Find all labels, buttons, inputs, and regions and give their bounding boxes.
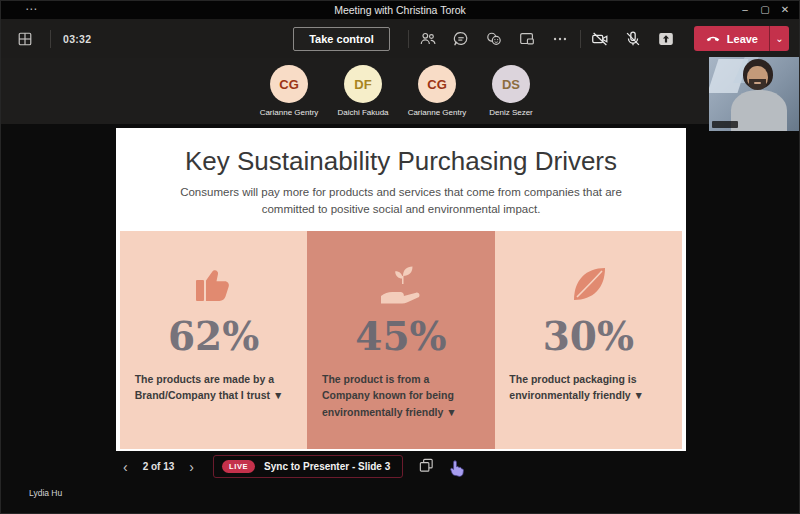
live-badge: LIVE [222, 460, 255, 473]
participant-tile[interactable]: DS Deniz Sezer [478, 65, 544, 117]
stat-card-company: 45% The product is from a Company known … [307, 231, 494, 449]
avatar: CG [418, 65, 456, 103]
phone-hangup-icon [705, 30, 721, 48]
ellipsis-icon [551, 30, 569, 48]
mic-off-icon [623, 29, 643, 49]
breakout-rooms-button[interactable] [514, 26, 541, 52]
participant-name: Carianne Gentry [260, 108, 319, 117]
leave-button[interactable]: Leave [694, 26, 769, 51]
sync-label: Sync to Presenter - Slide 3 [264, 461, 390, 472]
share-content-button[interactable] [653, 26, 680, 52]
sync-to-presenter-button[interactable]: LIVE Sync to Presenter - Slide 3 [213, 455, 403, 478]
person-mouth [754, 82, 761, 84]
stat-value: 62% [168, 317, 259, 356]
stat-value: 45% [355, 317, 446, 356]
person-torso [731, 90, 787, 131]
take-control-button[interactable]: Take control [293, 27, 390, 51]
pop-out-window-icon [518, 30, 536, 48]
avatar-initials: DF [354, 77, 371, 92]
self-video-thumbnail[interactable] [709, 57, 799, 131]
thumbs-up-icon [190, 258, 238, 308]
participant-name: Deniz Sezer [489, 108, 533, 117]
pointer-hand-cursor [448, 457, 466, 477]
reactions-button[interactable] [481, 26, 508, 52]
participant-tile[interactable]: CG Carianne Gentry [256, 65, 322, 117]
avatar: DS [492, 65, 530, 103]
previous-slide-button[interactable]: ‹ [119, 460, 132, 474]
video-name-chip [712, 121, 738, 128]
private-view-button[interactable] [418, 457, 435, 477]
participant-name: Daichi Fakuda [337, 108, 388, 117]
participant-tile[interactable]: DF Daichi Fakuda [330, 65, 396, 117]
presenter-name-label: Lydia Hu [29, 488, 62, 498]
person-beard [749, 79, 766, 90]
avatar-initials: DS [502, 77, 520, 92]
leave-options-caret[interactable]: ⌄ [769, 26, 789, 51]
shared-presentation-slide: Key Sustainability Purchasing Drivers Co… [116, 128, 686, 451]
minimize-button[interactable]: – [735, 1, 755, 19]
chat-button[interactable] [448, 26, 475, 52]
share-screen-icon [656, 29, 676, 49]
avatar: DF [344, 65, 382, 103]
seedling-hand-icon [375, 258, 427, 308]
meeting-timer: 03:32 [63, 33, 91, 45]
slide-subtitle: Consumers will pay more for products and… [161, 184, 641, 217]
close-button[interactable]: ✕ [775, 1, 795, 19]
stat-value: 30% [543, 317, 634, 356]
reactions-icon [485, 30, 503, 48]
chat-icon [452, 30, 470, 48]
avatar: CG [270, 65, 308, 103]
participant-name: Carianne Gentry [408, 108, 467, 117]
participants-button[interactable] [415, 26, 442, 52]
stat-card-trust: 62% The products are made by a Brand/Com… [120, 231, 307, 449]
grid-icon [17, 31, 33, 47]
camera-toggle-button[interactable] [587, 26, 614, 52]
more-actions-button[interactable] [547, 26, 574, 52]
divider [50, 30, 51, 48]
meeting-toolbar: 03:32 Take control [1, 19, 799, 58]
stat-card-packaging: 30% The product packaging is environment… [495, 231, 682, 449]
leave-button-group: Leave ⌄ [694, 26, 789, 51]
stat-description[interactable]: The product is from a Company known for … [322, 371, 480, 420]
presenter-nav-bar: ‹ 2 of 13 › LIVE Sync to Presenter - Sli… [119, 453, 466, 480]
people-icon [419, 30, 437, 48]
leave-label: Leave [727, 33, 758, 45]
avatar-initials: CG [279, 77, 299, 92]
window-title: Meeting with Christina Torok [1, 4, 799, 16]
slide-page-indicator: 2 of 13 [143, 461, 175, 472]
divider [580, 30, 581, 48]
stat-description[interactable]: The product packaging is environmentally… [509, 371, 667, 404]
participant-tile[interactable]: CG Carianne Gentry [404, 65, 470, 117]
leaf-icon [565, 258, 611, 308]
title-bar: ⋯ Meeting with Christina Torok – ▢ ✕ [1, 1, 799, 19]
stat-cards-row: 62% The products are made by a Brand/Com… [120, 231, 682, 449]
teams-meeting-window: ⋯ Meeting with Christina Torok – ▢ ✕ 03:… [0, 0, 800, 514]
participant-strip: CG Carianne Gentry DF Daichi Fakuda CG C… [1, 58, 799, 124]
next-slide-button[interactable]: › [185, 460, 198, 474]
stat-description[interactable]: The products are made by a Brand/Company… [135, 371, 293, 404]
divider [408, 30, 409, 48]
overlapping-slides-icon [418, 457, 435, 477]
camera-off-icon [590, 29, 610, 49]
maximize-button[interactable]: ▢ [755, 1, 775, 19]
avatar-initials: CG [427, 77, 447, 92]
gallery-view-button[interactable] [11, 26, 38, 52]
mic-toggle-button[interactable] [620, 26, 647, 52]
slide-title: Key Sustainability Purchasing Drivers [146, 146, 656, 177]
